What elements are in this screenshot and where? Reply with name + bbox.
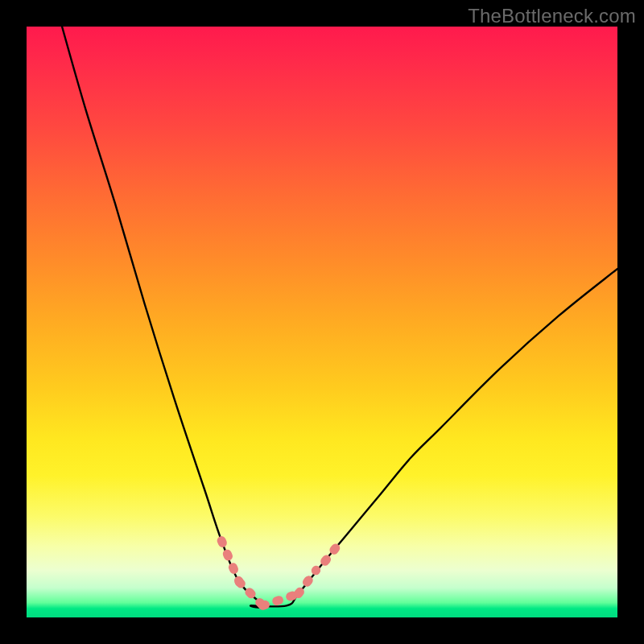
- watermark-text: TheBottleneck.com: [468, 5, 636, 27]
- bottleneck-curve-svg: [27, 27, 617, 617]
- outer-frame: TheBottleneck.com: [0, 0, 644, 644]
- dash-segment-1: [239, 582, 262, 605]
- plot-area: [27, 27, 617, 617]
- curve-group: [62, 27, 617, 608]
- bottleneck-curve-path: [62, 27, 617, 608]
- dash-segment-2: [263, 594, 299, 606]
- dash-markers-group: [221, 541, 336, 606]
- dash-segment-3: [299, 570, 316, 593]
